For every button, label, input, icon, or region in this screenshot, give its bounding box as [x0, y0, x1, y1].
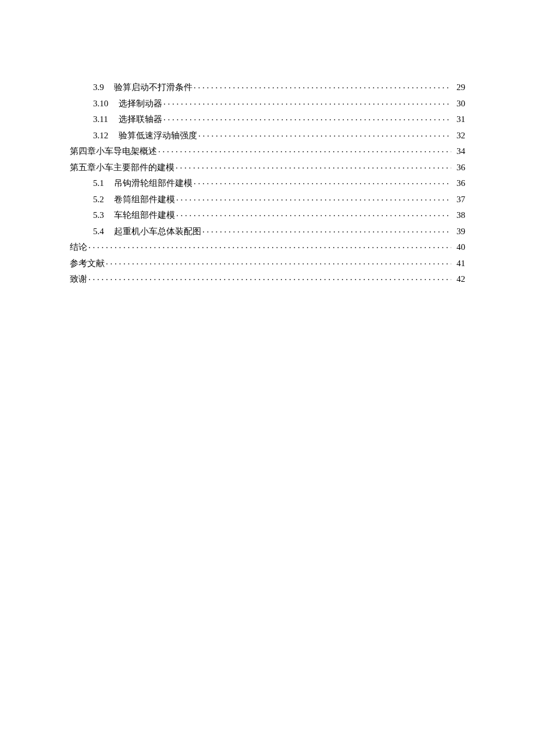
- toc-leader-dots: [163, 98, 451, 106]
- toc-title: 第四章小车导电架概述: [70, 147, 158, 156]
- toc-leader-dots: [158, 145, 451, 154]
- toc-section-number: 5.3: [93, 211, 114, 220]
- toc-leader-dots: [194, 81, 451, 90]
- toc-entry: 参考文献41: [70, 257, 465, 268]
- toc-entry: 结论40: [70, 241, 465, 252]
- toc-entry: 第五章小车主要部件的建模36: [70, 162, 465, 172]
- toc-entry: 第四章小车导电架概述34: [70, 145, 465, 156]
- toc-section-number: 5.1: [93, 179, 114, 188]
- toc-entry: 3.12验算低速浮动轴强度32: [70, 130, 465, 140]
- toc-title: 致谢: [70, 275, 88, 284]
- toc-entry: 5.1吊钩滑轮组部件建模36: [70, 177, 465, 188]
- toc-page-number: 39: [451, 227, 465, 236]
- toc-title: 参考文献: [70, 259, 106, 268]
- toc-title: 验算低速浮动轴强度: [119, 131, 198, 140]
- toc-entry: 致谢42: [70, 273, 465, 284]
- toc-leader-dots: [106, 257, 451, 266]
- toc-section-number: 3.10: [93, 99, 119, 108]
- toc-title: 结论: [70, 243, 88, 252]
- toc-page-number: 37: [451, 195, 465, 204]
- toc-leader-dots: [88, 241, 451, 250]
- toc-leader-dots: [176, 209, 451, 218]
- toc-title: 验算启动不打滑条件: [114, 83, 194, 92]
- toc-section-number: 3.11: [93, 115, 119, 124]
- toc-title: 卷筒组部件建模: [114, 195, 176, 204]
- toc-leader-dots: [202, 225, 451, 234]
- toc-entry: 3.10选择制动器30: [70, 98, 465, 108]
- toc-leader-dots: [194, 177, 451, 186]
- toc-page-number: 32: [451, 131, 465, 140]
- table-of-contents: 3.9验算启动不打滑条件293.10选择制动器303.11选择联轴器313.12…: [70, 81, 465, 284]
- document-page: 3.9验算启动不打滑条件293.10选择制动器303.11选择联轴器313.12…: [0, 0, 535, 284]
- toc-title: 车轮组部件建模: [114, 211, 176, 220]
- toc-title: 选择联轴器: [119, 115, 163, 124]
- toc-page-number: 41: [451, 259, 465, 268]
- toc-page-number: 38: [451, 211, 465, 220]
- toc-leader-dots: [176, 194, 451, 202]
- toc-entry: 3.9验算启动不打滑条件29: [70, 81, 465, 92]
- toc-page-number: 29: [451, 83, 465, 92]
- toc-leader-dots: [198, 130, 451, 138]
- toc-leader-dots: [88, 273, 451, 282]
- toc-entry: 5.3车轮组部件建模38: [70, 209, 465, 220]
- toc-page-number: 36: [451, 179, 465, 188]
- toc-page-number: 42: [451, 275, 465, 284]
- toc-title: 起重机小车总体装配图: [114, 227, 202, 236]
- toc-entry: 3.11选择联轴器31: [70, 113, 465, 124]
- toc-page-number: 34: [451, 147, 465, 156]
- toc-section-number: 3.9: [93, 83, 114, 92]
- toc-section-number: 5.4: [93, 227, 114, 236]
- toc-entry: 5.4起重机小车总体装配图39: [70, 225, 465, 236]
- toc-page-number: 36: [451, 163, 465, 172]
- toc-title: 吊钩滑轮组部件建模: [114, 179, 194, 188]
- toc-title: 选择制动器: [119, 99, 163, 108]
- toc-leader-dots: [176, 162, 451, 170]
- toc-page-number: 30: [451, 99, 465, 108]
- toc-leader-dots: [163, 113, 451, 122]
- toc-section-number: 5.2: [93, 195, 114, 204]
- toc-entry: 5.2卷筒组部件建模37: [70, 194, 465, 204]
- toc-page-number: 31: [451, 115, 465, 124]
- toc-section-number: 3.12: [93, 131, 119, 140]
- toc-page-number: 40: [451, 243, 465, 252]
- toc-title: 第五章小车主要部件的建模: [70, 163, 176, 172]
